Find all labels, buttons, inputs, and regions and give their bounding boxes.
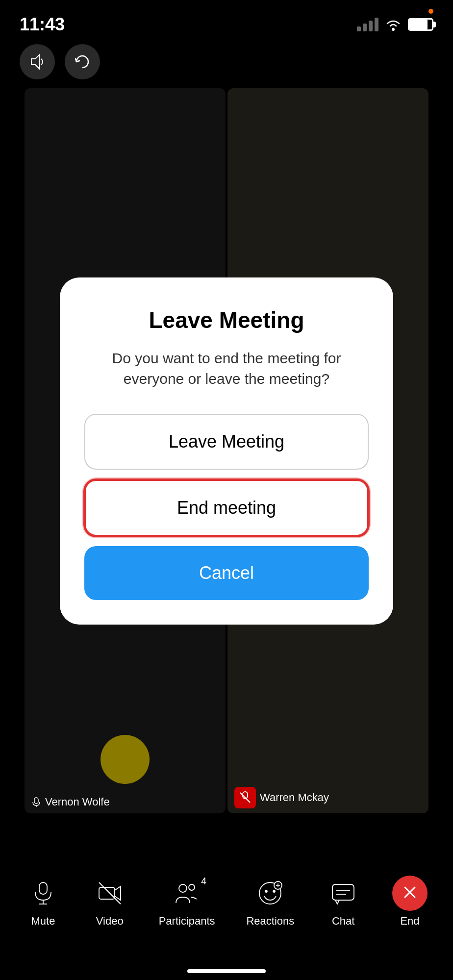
status-bar: 11:43 xyxy=(0,0,453,39)
modal-card: Leave Meeting Do you want to end the mee… xyxy=(60,277,393,625)
wifi-icon xyxy=(384,18,402,31)
modal-title: Leave Meeting xyxy=(84,307,369,333)
signal-dot xyxy=(428,9,433,14)
svg-point-0 xyxy=(392,28,395,31)
status-icons xyxy=(357,18,433,31)
cancel-button[interactable]: Cancel xyxy=(84,546,369,600)
end-meeting-button[interactable]: End meeting xyxy=(84,479,369,536)
modal-subtitle: Do you want to end the meeting for every… xyxy=(84,348,369,389)
status-time: 11:43 xyxy=(20,14,65,35)
leave-meeting-button[interactable]: Leave Meeting xyxy=(84,414,369,470)
modal-overlay: Leave Meeting Do you want to end the mee… xyxy=(0,0,453,980)
signal-bars xyxy=(357,18,378,31)
battery-icon xyxy=(408,18,433,31)
home-indicator xyxy=(187,969,266,973)
